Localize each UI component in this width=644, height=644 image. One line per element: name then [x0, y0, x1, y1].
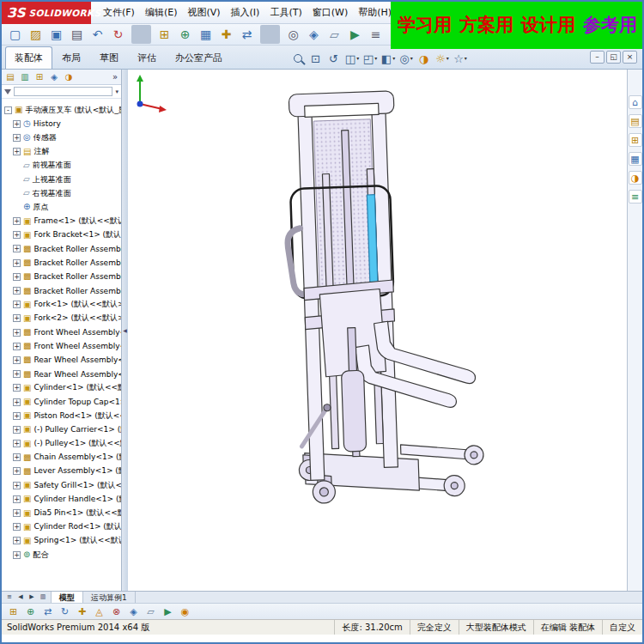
study-tab[interactable]: 运动算例1	[83, 592, 136, 603]
panel-splitter[interactable]: ◀	[122, 70, 128, 591]
hide-show-items-icon[interactable]: ◎▾	[398, 51, 414, 66]
command-tab[interactable]: 装配体	[5, 46, 52, 69]
expand-toggle[interactable]: +	[13, 495, 21, 503]
tree-item[interactable]: ⊕ 原点	[2, 200, 121, 214]
expand-toggle[interactable]: +	[13, 426, 21, 434]
print-icon[interactable]: ▤	[67, 25, 87, 44]
tree-item[interactable]: + ▣ Cylinder<1> (默认<<默认	[2, 381, 121, 395]
expand-toggle[interactable]: +	[13, 384, 21, 392]
menu-item[interactable]: 插入(I)	[226, 3, 265, 21]
tree-item[interactable]: + ▣ Frame<1> (默认<<默认>_	[2, 215, 121, 228]
tree-item[interactable]: - ▣ 手动液压叉车 (默认<默认_显	[2, 103, 121, 117]
interference-detection-icon[interactable]: ⊗	[108, 605, 125, 619]
smart-fasteners-icon[interactable]: ✚	[74, 605, 90, 619]
expand-toggle[interactable]: +	[13, 273, 21, 281]
previous-view-icon[interactable]: ↺	[326, 51, 342, 66]
command-tab[interactable]: 办公室产品	[166, 46, 232, 69]
doc-restore-button[interactable]: ◱	[606, 51, 621, 64]
expand-toggle[interactable]: +	[13, 537, 21, 544]
dimxpert-icon[interactable]: ◈	[47, 70, 61, 83]
tree-item[interactable]: + ▣ (-) Pulley<1> (默认<<默认	[2, 437, 121, 451]
view-palette-icon[interactable]: ▦	[629, 152, 642, 166]
save-icon[interactable]: ▣	[46, 25, 66, 44]
tree-item[interactable]: + ▩ Rear Wheel Assembly<1>	[2, 353, 121, 367]
appearances-icon[interactable]: ◑	[629, 171, 642, 185]
mate-icon[interactable]: ⊕	[175, 25, 195, 44]
propertymanager-icon[interactable]: ▥	[18, 70, 32, 83]
tree-item[interactable]: + ▩ Bracket Roller Assembl	[2, 256, 121, 270]
reference-geometry-icon[interactable]: ▱	[325, 25, 344, 44]
section-view-icon[interactable]: ◫▾	[344, 51, 360, 66]
panel-menu-icon[interactable]: ≡	[4, 592, 15, 603]
command-tab[interactable]: 草图	[90, 46, 128, 69]
expand-toggle[interactable]: +	[13, 523, 21, 531]
insert-component-icon[interactable]: ⊞	[155, 25, 174, 44]
split-view-icon[interactable]: ▥	[38, 592, 48, 603]
file-explorer-icon[interactable]: ⊞	[629, 133, 642, 147]
tree-item[interactable]: + ▩ Lever Assembly<1> (默认	[2, 465, 121, 478]
scroll-right-icon[interactable]: ▶	[27, 592, 37, 603]
menu-item[interactable]: 窗口(W)	[307, 3, 353, 21]
expand-toggle[interactable]: +	[13, 509, 21, 517]
expand-toggle[interactable]: +	[13, 287, 21, 295]
tree-item[interactable]: + ◎ 传感器	[2, 131, 121, 144]
expand-toggle[interactable]: +	[13, 245, 21, 252]
show-hidden-icon[interactable]: ◎	[283, 25, 303, 44]
apply-scene-icon[interactable]: ☼▾	[434, 51, 450, 66]
featuremanager-tree-icon[interactable]: ▤	[3, 70, 17, 83]
zoom-area-icon[interactable]: ⊡	[308, 51, 324, 66]
expand-toggle[interactable]: +	[13, 314, 21, 322]
motion-study-icon[interactable]: ▶	[160, 605, 176, 619]
tree-item[interactable]: + ▣ Fork<1> (默认<<默认>_显	[2, 298, 121, 312]
view-settings-icon[interactable]: ☆▾	[453, 51, 468, 66]
tree-item[interactable]: + ▩ Bracket Roller Assembl	[2, 270, 121, 283]
zoom-fit-icon[interactable]	[290, 51, 306, 66]
custom-properties-icon[interactable]: ≡	[629, 190, 642, 204]
tree-item[interactable]: + ▩ Front Wheel Assembly<1	[2, 325, 121, 339]
new-motion-study-icon[interactable]: ▶	[345, 25, 365, 44]
tree-filter-input[interactable]	[14, 87, 112, 96]
tree-item[interactable]: + ▤ 注解	[2, 145, 121, 159]
expand-toggle[interactable]: +	[13, 148, 21, 155]
assembly-features-icon[interactable]: ◈	[304, 25, 324, 44]
linear-pattern-icon[interactable]: ▦	[196, 25, 216, 44]
expand-toggle[interactable]: +	[13, 231, 21, 239]
open-icon[interactable]: ▨	[26, 25, 46, 44]
display-style-icon[interactable]: ◧▾	[380, 51, 396, 66]
expand-toggle[interactable]: +	[13, 551, 21, 559]
tree-item[interactable]: + ▣ Fork<2> (默认<<默认>_显	[2, 312, 121, 325]
menu-item[interactable]: 视图(V)	[182, 3, 225, 21]
tree-item[interactable]: + ▣ Cylinder Topup Cap<1> (	[2, 395, 121, 409]
expand-toggle[interactable]: +	[13, 467, 21, 475]
expand-toggle[interactable]: +	[13, 120, 21, 128]
exploded-view-icon[interactable]: ◬	[91, 605, 107, 619]
tree-item[interactable]: + ▣ Dia5 Pin<1> (默认<<默认	[2, 506, 121, 519]
expand-toggle[interactable]: +	[13, 343, 21, 350]
expand-toggle[interactable]: +	[13, 134, 21, 142]
graphics-viewport[interactable]	[128, 70, 627, 591]
menu-item[interactable]: 编辑(E)	[140, 3, 183, 21]
tree-item[interactable]: + ▩ Bracket Roller Assembl	[2, 242, 121, 256]
tree-item[interactable]: + ▩ Rear Wheel Assembly<2>	[2, 368, 121, 381]
tree-item[interactable]: + ⊚ 配合	[2, 548, 121, 562]
command-tab[interactable]: 评估	[128, 46, 166, 69]
tree-item[interactable]: + ▣ Fork Bracket<1> (默认<<	[2, 228, 121, 242]
expand-toggle[interactable]: +	[13, 440, 21, 447]
view-orientation-icon[interactable]: ◰▾	[362, 51, 378, 66]
expand-toggle[interactable]: +	[13, 217, 21, 225]
expand-toggle[interactable]: +	[13, 482, 21, 489]
doc-close-button[interactable]: ×	[623, 51, 637, 64]
tree-item[interactable]: + ▣ Piston Rod<1> (默认<<默	[2, 409, 121, 422]
menu-item[interactable]: 工具(T)	[264, 3, 307, 21]
tree-item[interactable]: + ▣ Cylinder Handle<1> (默认	[2, 492, 121, 506]
scroll-left-icon[interactable]: ◀	[15, 592, 26, 603]
tree-item[interactable]: + ▣ (-) Pulley Carrier<1> (默	[2, 422, 121, 436]
expand-toggle[interactable]: +	[13, 412, 21, 420]
smart-fasteners-icon[interactable]: ✚	[216, 25, 236, 44]
mate-icon[interactable]: ⊕	[22, 605, 39, 619]
rotate-component-icon[interactable]: ↻	[57, 605, 73, 619]
tree-item[interactable]: + ◷ History	[2, 117, 121, 131]
reference-geometry-icon[interactable]: ▱	[143, 605, 159, 619]
move-component-icon[interactable]: ⇄	[237, 25, 257, 44]
expand-toggle[interactable]: +	[13, 301, 21, 308]
